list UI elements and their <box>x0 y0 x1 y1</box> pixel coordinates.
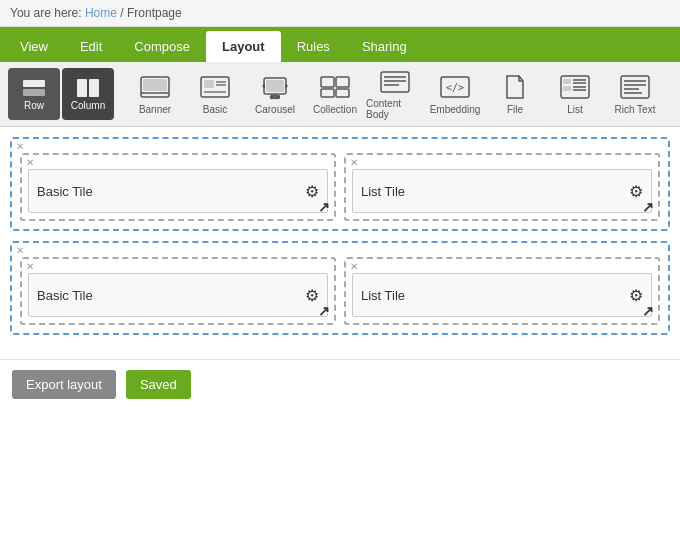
widget-banner[interactable]: Banner <box>126 68 184 120</box>
list-icon <box>558 73 592 101</box>
svg-rect-5 <box>143 79 167 91</box>
tab-rules[interactable]: Rules <box>281 31 346 62</box>
tile1-close-btn[interactable]: ✕ <box>26 157 34 168</box>
row1-close-btn[interactable]: ✕ <box>16 141 24 152</box>
layout-row-2: ✕ ✕ Basic Tile ⚙ ↗ ✕ List Tile ⚙ ↗ <box>10 241 670 335</box>
svg-rect-3 <box>89 79 99 97</box>
tile-4-gear-icon[interactable]: ⚙ <box>629 286 643 305</box>
widget-collection-label: Collection <box>313 104 357 115</box>
tile-2-expand-icon[interactable]: ↗ <box>642 199 654 215</box>
breadcrumb: You are here: Home / Frontpage <box>0 0 680 27</box>
breadcrumb-home[interactable]: Home <box>85 6 117 20</box>
widget-basic[interactable]: Basic <box>186 68 244 120</box>
tab-edit[interactable]: Edit <box>64 31 118 62</box>
svg-rect-19 <box>321 77 334 87</box>
tile-4-expand-icon[interactable]: ↗ <box>642 303 654 319</box>
tile-3-gear-icon[interactable]: ⚙ <box>305 286 319 305</box>
column-icon <box>76 78 100 98</box>
layout-row-1: ✕ ✕ Basic Tile ⚙ ↗ ✕ List Tile ⚙ ↗ <box>10 137 670 231</box>
row2-columns: ✕ Basic Tile ⚙ ↗ ✕ List Tile ⚙ ↗ <box>20 257 660 325</box>
embedding-icon: </> <box>438 73 472 101</box>
svg-rect-2 <box>77 79 87 97</box>
svg-rect-20 <box>336 77 349 87</box>
widget-embedding-label: Embedding <box>430 104 481 115</box>
tile4-close-btn[interactable]: ✕ <box>350 261 358 272</box>
tab-compose[interactable]: Compose <box>118 31 206 62</box>
content-body-icon <box>378 68 412 95</box>
tile-1-gear-icon[interactable]: ⚙ <box>305 182 319 201</box>
tile-4-label: List Tile <box>361 288 405 303</box>
tile-1-container: ✕ Basic Tile ⚙ ↗ <box>20 153 336 221</box>
svg-text:</>: </> <box>446 82 464 93</box>
tile-1-label: Basic Tile <box>37 184 93 199</box>
widget-content-body-label: Content Body <box>366 98 424 120</box>
svg-rect-30 <box>563 79 571 84</box>
tile-2-label: List Tile <box>361 184 405 199</box>
tile-2-container: ✕ List Tile ⚙ ↗ <box>344 153 660 221</box>
svg-rect-23 <box>381 72 409 92</box>
collection-icon <box>318 73 352 101</box>
tile-4-inner: List Tile ⚙ <box>352 273 652 317</box>
rich-text-icon <box>618 73 652 101</box>
breadcrumb-prefix: You are here: <box>10 6 85 20</box>
row1-columns: ✕ Basic Tile ⚙ ↗ ✕ List Tile ⚙ ↗ <box>20 153 660 221</box>
saved-button[interactable]: Saved <box>126 370 191 399</box>
widget-list-label: List <box>567 104 583 115</box>
svg-rect-0 <box>23 80 45 87</box>
tab-layout[interactable]: Layout <box>206 31 281 62</box>
svg-rect-8 <box>204 80 214 88</box>
svg-rect-22 <box>336 89 349 97</box>
tile2-close-btn[interactable]: ✕ <box>350 157 358 168</box>
basic-icon <box>198 73 232 101</box>
widget-banner-label: Banner <box>139 104 171 115</box>
widget-embedding[interactable]: </> Embedding <box>426 68 484 120</box>
nav-tabs: View Edit Compose Layout Rules Sharing <box>0 27 680 62</box>
widget-rich-text-label: Rich Text <box>615 104 656 115</box>
widget-content-body[interactable]: Content Body <box>366 68 424 120</box>
tile-3-container: ✕ Basic Tile ⚙ ↗ <box>20 257 336 325</box>
breadcrumb-separator: / <box>117 6 127 20</box>
banner-icon <box>138 73 172 101</box>
tile-2-inner: List Tile ⚙ <box>352 169 652 213</box>
widget-rich-text[interactable]: Rich Text <box>606 68 664 120</box>
svg-point-18 <box>277 96 280 99</box>
tile3-close-btn[interactable]: ✕ <box>26 261 34 272</box>
widget-file[interactable]: File <box>486 68 544 120</box>
svg-rect-13 <box>266 80 284 92</box>
breadcrumb-current: Frontpage <box>127 6 182 20</box>
widget-basic-label: Basic <box>203 104 227 115</box>
column-tool-button[interactable]: Column <box>62 68 114 120</box>
toolbar: Row Column Banner <box>0 62 680 127</box>
tile-3-inner: Basic Tile ⚙ <box>28 273 328 317</box>
widget-list: Banner Basic <box>126 68 664 120</box>
row-icon <box>22 78 46 98</box>
row-tool-button[interactable]: Row <box>8 68 60 120</box>
column-label: Column <box>71 100 105 111</box>
file-icon <box>498 73 532 101</box>
tile-1-expand-icon[interactable]: ↗ <box>318 199 330 215</box>
widget-collection[interactable]: Collection <box>306 68 364 120</box>
layout-tool-group: Row Column <box>8 68 114 120</box>
tile-3-expand-icon[interactable]: ↗ <box>318 303 330 319</box>
svg-rect-1 <box>23 89 45 96</box>
widget-file-label: File <box>507 104 523 115</box>
main-content: ✕ ✕ Basic Tile ⚙ ↗ ✕ List Tile ⚙ ↗ <box>0 127 680 355</box>
svg-rect-36 <box>621 76 649 98</box>
tab-sharing[interactable]: Sharing <box>346 31 423 62</box>
tile-4-container: ✕ List Tile ⚙ ↗ <box>344 257 660 325</box>
bottom-bar: Export layout Saved <box>0 359 680 409</box>
tab-view[interactable]: View <box>4 31 64 62</box>
row2-close-btn[interactable]: ✕ <box>16 245 24 256</box>
tile-2-gear-icon[interactable]: ⚙ <box>629 182 643 201</box>
tile-1-inner: Basic Tile ⚙ <box>28 169 328 213</box>
widget-list[interactable]: List <box>546 68 604 120</box>
svg-rect-33 <box>563 86 571 91</box>
export-layout-button[interactable]: Export layout <box>12 370 116 399</box>
widget-carousel[interactable]: Carousel <box>246 68 304 120</box>
svg-rect-21 <box>321 89 334 97</box>
carousel-icon <box>258 73 292 101</box>
tile-3-label: Basic Tile <box>37 288 93 303</box>
row-label: Row <box>24 100 44 111</box>
widget-carousel-label: Carousel <box>255 104 295 115</box>
